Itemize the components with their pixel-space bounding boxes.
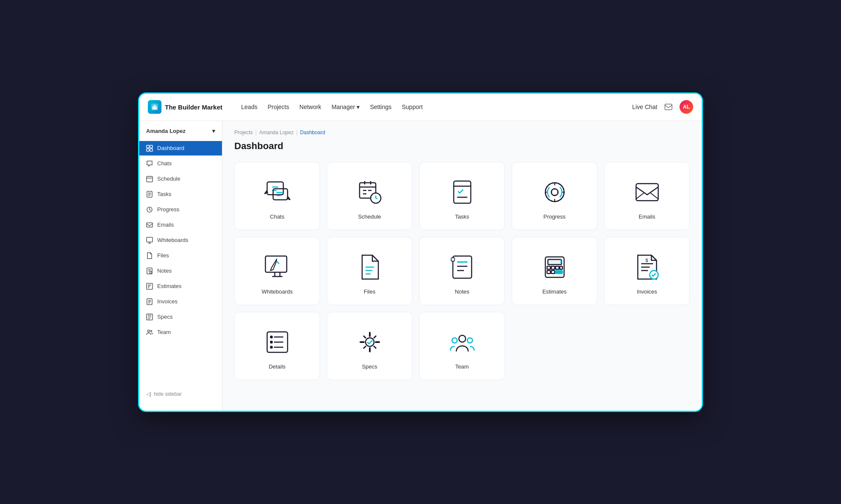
svg-rect-1 — [153, 107, 156, 109]
card-emails[interactable]: Emails — [604, 162, 690, 230]
card-team-icon — [447, 327, 478, 357]
sidebar-item-chats[interactable]: Chats — [139, 156, 222, 171]
card-progress[interactable]: Progress — [512, 162, 597, 230]
svg-rect-10 — [147, 223, 153, 227]
sidebar-item-estimates[interactable]: Estimates — [139, 279, 222, 294]
nav-links: Leads Projects Network Manager ▾ Setting… — [241, 104, 620, 110]
hide-sidebar-icon: ◁| — [146, 391, 151, 397]
nav-support[interactable]: Support — [402, 104, 423, 110]
sidebar-item-schedule[interactable]: Schedule — [139, 172, 222, 186]
card-chats-icon — [262, 177, 293, 207]
brand-icon — [148, 100, 161, 114]
breadcrumb-projects[interactable]: Projects — [234, 130, 253, 135]
brand[interactable]: The Builder Market — [148, 100, 222, 114]
estimates-icon — [146, 283, 153, 290]
card-notes[interactable]: Notes — [419, 237, 505, 305]
sidebar-item-dashboard[interactable]: Dashboard — [139, 141, 222, 156]
card-progress-label: Progress — [543, 213, 565, 220]
svg-rect-39 — [556, 271, 562, 274]
svg-point-13 — [150, 271, 152, 273]
progress-icon — [146, 206, 153, 213]
card-notes-icon — [447, 252, 478, 282]
card-specs-icon — [354, 327, 385, 357]
emails-icon — [146, 222, 153, 228]
card-chats[interactable]: Chats — [234, 162, 320, 230]
card-tasks-icon — [447, 177, 478, 207]
card-details[interactable]: Details — [234, 312, 320, 380]
card-team-label: Team — [455, 363, 469, 370]
email-icon[interactable] — [664, 103, 673, 111]
sidebar-item-tasks[interactable]: Tasks — [139, 187, 222, 202]
card-specs[interactable]: Specs — [327, 312, 412, 380]
card-estimates-icon: $ — [539, 252, 570, 282]
nav-leads[interactable]: Leads — [241, 104, 257, 110]
card-emails-label: Emails — [639, 213, 655, 220]
main-layout: Amanda Lopez ▾ Dashboard — [139, 121, 702, 411]
sidebar-item-whiteboards[interactable]: Whiteboards — [139, 233, 222, 248]
svg-point-50 — [467, 338, 472, 343]
user-avatar[interactable]: AL — [680, 100, 693, 114]
whiteboards-icon — [146, 237, 153, 244]
card-emails-icon — [632, 177, 662, 207]
svg-point-26 — [551, 189, 558, 196]
svg-rect-46 — [271, 346, 272, 348]
schedule-icon — [146, 176, 153, 182]
breadcrumb-user[interactable]: Amanda Lopez — [259, 130, 294, 135]
nav-settings[interactable]: Settings — [370, 104, 392, 110]
main-content: Projects | Amanda Lopez | Dashboard Dash… — [222, 121, 702, 411]
card-whiteboards-label: Whiteboards — [262, 288, 293, 295]
dashboard-icon — [146, 145, 153, 152]
sidebar-item-emails[interactable]: Emails — [139, 218, 222, 232]
svg-rect-45 — [271, 341, 272, 343]
sidebar-item-progress[interactable]: Progress — [139, 202, 222, 217]
card-estimates[interactable]: $ Estimates — [512, 237, 597, 305]
card-whiteboards[interactable]: Whiteboards — [234, 237, 320, 305]
card-files[interactable]: Files — [327, 237, 412, 305]
breadcrumb-current: Dashboard — [300, 130, 325, 135]
card-files-icon — [354, 252, 385, 282]
card-progress-icon — [539, 177, 570, 207]
breadcrumb: Projects | Amanda Lopez | Dashboard — [234, 130, 690, 135]
card-invoices-label: Invoices — [637, 288, 657, 295]
chats-icon — [146, 160, 153, 167]
sidebar-item-invoices[interactable]: Invoices — [139, 294, 222, 309]
card-team[interactable]: Team — [419, 312, 505, 380]
card-invoices[interactable]: $ Invoices — [604, 237, 690, 305]
svg-rect-27 — [636, 184, 658, 201]
sidebar-user[interactable]: Amanda Lopez ▾ — [139, 128, 222, 141]
live-chat-button[interactable]: Live Chat — [632, 104, 657, 110]
sidebar-item-specs[interactable]: Specs — [139, 310, 222, 324]
sidebar-item-notes[interactable]: Notes — [139, 264, 222, 278]
sidebar-nav: Dashboard Chats — [139, 141, 222, 384]
sidebar-item-files[interactable]: Files — [139, 248, 222, 263]
hide-sidebar-button[interactable]: ◁| hide sidebar — [139, 384, 222, 404]
svg-rect-7 — [147, 176, 153, 182]
specs-icon — [146, 314, 153, 320]
svg-point-17 — [148, 330, 150, 332]
card-tasks[interactable]: Tasks — [419, 162, 505, 230]
sidebar: Amanda Lopez ▾ Dashboard — [139, 121, 222, 411]
nav-manager[interactable]: Manager ▾ — [331, 104, 360, 110]
brand-name: The Builder Market — [165, 104, 222, 111]
svg-rect-23 — [454, 181, 471, 203]
team-icon — [146, 329, 153, 336]
svg-rect-44 — [271, 336, 272, 338]
svg-point-47 — [366, 338, 374, 346]
nav-right: Live Chat AL — [632, 100, 693, 114]
svg-rect-37 — [547, 271, 550, 274]
card-schedule[interactable]: Schedule — [327, 162, 412, 230]
svg-text:$: $ — [560, 259, 562, 264]
sidebar-item-team[interactable]: Team — [139, 325, 222, 340]
card-notes-label: Notes — [455, 288, 469, 295]
svg-text:$: $ — [645, 258, 648, 263]
nav-network[interactable]: Network — [300, 104, 321, 110]
svg-rect-36 — [560, 266, 562, 269]
nav-projects[interactable]: Projects — [268, 104, 289, 110]
svg-rect-30 — [451, 258, 455, 261]
top-nav: The Builder Market Leads Projects Networ… — [139, 94, 702, 121]
svg-rect-33 — [547, 266, 550, 269]
page-title: Dashboard — [234, 141, 690, 152]
app-container: The Builder Market Leads Projects Networ… — [139, 94, 702, 411]
notes-icon — [146, 268, 153, 274]
files-icon — [146, 252, 153, 259]
